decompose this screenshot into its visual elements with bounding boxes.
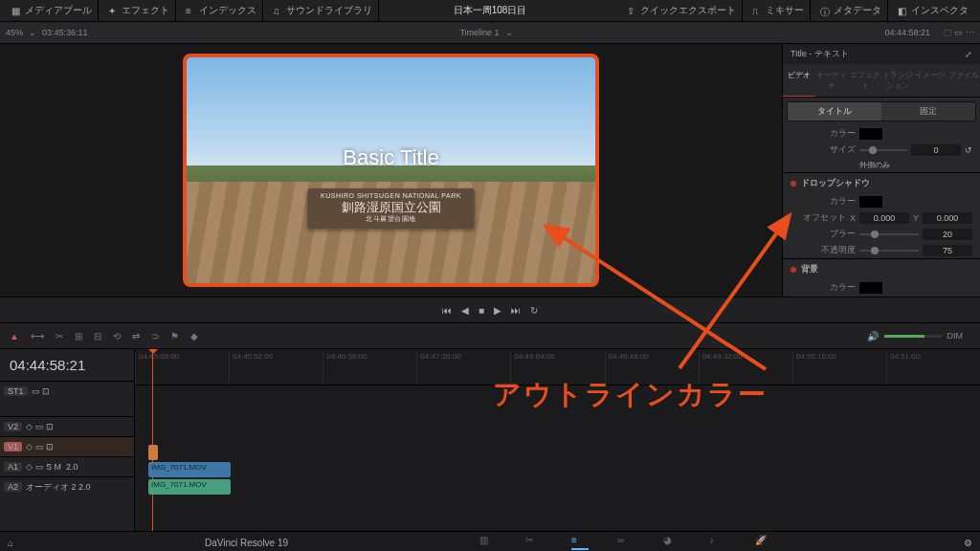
index-button[interactable]: ≡インデックス — [180, 0, 263, 21]
bg-color-swatch[interactable] — [859, 282, 882, 294]
fairlight-page-icon[interactable]: ♪ — [709, 535, 726, 548]
sound-icon: ♫ — [273, 6, 282, 15]
index-icon: ≡ — [186, 6, 195, 15]
source-timecode: 03:45:36:11 — [42, 28, 88, 37]
transport-bar: ⏮ ◀ ■ ▶ ⏭ ↻ — [0, 297, 980, 323]
track-v2[interactable]: V2◇ ▭ ⊡ — [0, 416, 134, 436]
soundlib-button[interactable]: ♫サウンドライブラリ — [267, 0, 379, 21]
blade-tool-icon[interactable]: ✂ — [56, 331, 63, 342]
opacity-slider[interactable] — [859, 250, 919, 252]
media-page-icon[interactable]: ▥ — [479, 535, 497, 548]
deliver-page-icon[interactable]: 🚀 — [755, 535, 772, 548]
color-swatch[interactable] — [859, 128, 882, 140]
size-slider[interactable] — [859, 149, 907, 151]
offset-x[interactable]: 0.000 — [859, 212, 909, 224]
flag-icon[interactable]: ⚑ — [170, 331, 179, 342]
title-clip[interactable] — [148, 445, 158, 460]
expand-icon[interactable]: ⤢ — [965, 50, 972, 59]
park-sign: KUSHIRO SHITSUGEN NATIONAL PARK 釧路湿原国立公園… — [307, 188, 475, 229]
track-a2[interactable]: A2オーディオ 2 2.0 — [0, 476, 134, 496]
dropshadow-section[interactable]: ドロップシャドウ — [801, 177, 870, 189]
metadata-icon: ⓘ — [820, 6, 830, 15]
arrow-tool-icon[interactable]: ▲ — [10, 331, 19, 342]
zoom-level[interactable]: 45% — [6, 28, 23, 37]
background-section[interactable]: 背景 — [801, 263, 818, 276]
insert-icon[interactable]: ⊞ — [75, 331, 82, 342]
ds-color-swatch[interactable] — [859, 196, 882, 208]
opacity-value[interactable]: 75 — [923, 245, 972, 256]
track-v1[interactable]: V1◇ ▭ ⊡ — [0, 436, 134, 456]
offset-y[interactable]: 0.000 — [923, 212, 972, 224]
trim-tool-icon[interactable]: ⟷ — [31, 331, 44, 342]
inspector-panel: Title - テキスト⤢ ビデオ オーディオ エフェクト トランジション イメ… — [782, 44, 980, 297]
track-a1[interactable]: A1◇ ▭ S M 2.0 — [0, 456, 134, 476]
reset-icon[interactable]: ↺ — [965, 145, 972, 155]
tab-transition[interactable]: トランジション — [881, 64, 914, 97]
audio-clip[interactable]: IMG_7071.MOV — [148, 479, 231, 495]
mixer-button[interactable]: ⎍ミキサー — [746, 0, 811, 21]
loop-icon[interactable]: ↻ — [530, 305, 538, 316]
tab-image[interactable]: イメージ — [914, 64, 947, 97]
home-icon[interactable]: ⌂ — [8, 538, 13, 548]
ds-color-label: カラー — [791, 195, 856, 208]
record-timecode: 04:44:58:21 — [884, 28, 930, 37]
step-fwd-icon[interactable]: ⏭ — [511, 305, 521, 316]
effects-button[interactable]: ✦エフェクト — [102, 0, 176, 21]
subtab-title[interactable]: タイトル — [788, 102, 881, 121]
step-back-icon[interactable]: ◀ — [461, 305, 469, 316]
bottom-bar: ⌂ DaVinci Resolve 19 ▥ ✂ ≡ ∞ ◕ ♪ 🚀 ⚙ — [0, 531, 980, 551]
magnet-icon[interactable]: ⊃ — [151, 331, 159, 342]
outline-only-label: 外側のみ — [859, 160, 890, 170]
preview-frame: Basic Title KUSHIRO SHITSUGEN NATIONAL P… — [183, 54, 599, 287]
link-icon[interactable]: ⇄ — [132, 331, 140, 342]
edit-page-icon[interactable]: ≡ — [571, 535, 589, 550]
offset-label: オフセット — [791, 211, 846, 224]
inspector-subtabs: タイトル 固定 — [787, 101, 976, 121]
opacity-label: 不透明度 — [791, 244, 856, 256]
effects-icon: ✦ — [108, 6, 118, 15]
cut-page-icon[interactable]: ✂ — [525, 535, 543, 548]
video-clip[interactable]: IMG_7071.MOV — [148, 462, 231, 477]
replace-icon[interactable]: ⟲ — [113, 331, 121, 342]
edit-toolbar: ▲ ⟷ ✂ ⊞ ⊟ ⟲ ⇄ ⊃ ⚑ ◆ 🔊DIM — [0, 323, 980, 349]
marker-icon[interactable]: ◆ — [190, 331, 198, 342]
inspector-heading: Title - テキスト — [791, 48, 849, 60]
mediapool-button[interactable]: ▦メディアプール — [6, 0, 99, 21]
settings-icon[interactable]: ⚙ — [964, 538, 972, 548]
track-st1[interactable]: ST1▭ ⊡ — [0, 381, 134, 401]
quickexport-button[interactable]: ⇪クイックエクスポート — [621, 0, 743, 21]
tab-audio[interactable]: オーディオ — [815, 64, 848, 97]
size-value[interactable]: 0 — [911, 144, 961, 156]
tab-video[interactable]: ビデオ — [783, 64, 815, 97]
volume-slider[interactable] — [884, 335, 942, 338]
size-label: サイズ — [791, 143, 856, 156]
viewer-subbar: 45%⌄ 03:45:36:11 Timeline 1⌄ 04:44:58:21… — [0, 22, 980, 44]
stop-icon[interactable]: ■ — [479, 305, 484, 316]
blur-slider[interactable] — [859, 233, 919, 235]
export-icon: ⇪ — [627, 6, 636, 15]
play-icon[interactable]: ▶ — [494, 305, 501, 316]
metadata-button[interactable]: ⓘメタデータ — [814, 0, 888, 21]
page-switcher: ▥ ✂ ≡ ∞ ◕ ♪ 🚀 — [479, 535, 772, 550]
inspector-tabs: ビデオ オーディオ エフェクト トランジション イメージ ファイル — [783, 64, 980, 98]
preview-viewer[interactable]: Basic Title KUSHIRO SHITSUGEN NATIONAL P… — [0, 44, 782, 297]
mixer-icon: ⎍ — [752, 6, 762, 15]
inspector-button[interactable]: ◧インスペクタ — [892, 0, 974, 21]
timecode[interactable]: 04:44:58:21 — [0, 349, 134, 381]
color-label: カラー — [791, 127, 856, 140]
overwrite-icon[interactable]: ⊟ — [94, 331, 101, 342]
fusion-page-icon[interactable]: ∞ — [617, 535, 635, 548]
playhead[interactable] — [152, 349, 153, 531]
dim-button[interactable]: DIM — [947, 331, 964, 341]
annotation-label: アウトラインカラー — [493, 376, 768, 414]
go-start-icon[interactable]: ⏮ — [442, 305, 452, 316]
subtab-settings[interactable]: 固定 — [881, 102, 975, 121]
inspector-icon: ◧ — [898, 6, 907, 15]
tab-effects[interactable]: エフェクト — [849, 64, 881, 97]
speaker-icon[interactable]: 🔊 — [867, 331, 879, 342]
timeline-left: 04:44:58:21 ST1▭ ⊡ V2◇ ▭ ⊡ V1◇ ▭ ⊡ A1◇ ▭… — [0, 349, 135, 531]
tab-file[interactable]: ファイル — [947, 64, 980, 97]
color-page-icon[interactable]: ◕ — [663, 535, 680, 548]
timeline-name[interactable]: Timeline 1 — [459, 28, 499, 37]
blur-value[interactable]: 20 — [923, 229, 972, 240]
